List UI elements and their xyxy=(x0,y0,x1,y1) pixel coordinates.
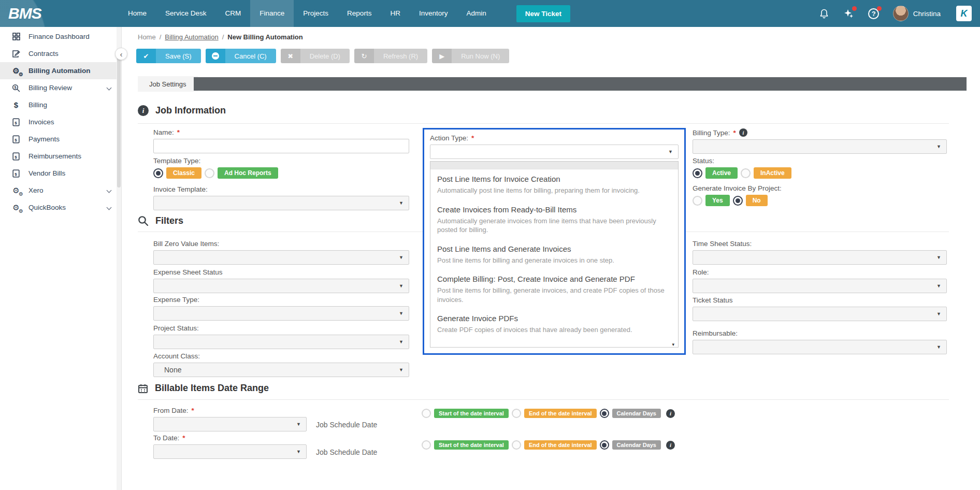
info-icon[interactable]: i xyxy=(739,128,747,137)
info-icon[interactable]: i xyxy=(666,441,675,450)
role-group: Role: ▼ xyxy=(693,268,947,293)
from-date-select[interactable]: ▼ xyxy=(153,417,307,431)
help-icon[interactable]: ? xyxy=(868,8,880,19)
reimbursable-select[interactable]: ▼ xyxy=(693,340,947,354)
nav-item-reports[interactable]: Reports xyxy=(338,0,381,27)
info-icon: i xyxy=(138,105,149,116)
sidebar-item-contracts[interactable]: Contracts xyxy=(0,45,121,62)
breadcrumb-home[interactable]: Home xyxy=(138,33,156,41)
caret-down-icon: ▼ xyxy=(936,311,941,316)
generate-invoice-yes-radio[interactable] xyxy=(693,196,702,206)
chevron-down-icon xyxy=(107,85,112,91)
sidebar-item-payments[interactable]: $ Payments xyxy=(0,131,121,148)
sidebar-item-billing-review[interactable]: $ Billing Review xyxy=(0,79,121,96)
sidebar-item-vendor-bills[interactable]: $ Vendor Bills xyxy=(0,165,121,182)
generate-invoice-yes-badge[interactable]: Yes xyxy=(705,195,730,206)
sidebar-item-reimbursements[interactable]: $ Reimbursements xyxy=(0,148,121,165)
nav-item-service-desk[interactable]: Service Desk xyxy=(156,0,216,27)
tab-job-settings[interactable]: Job Settings xyxy=(138,76,198,92)
to-start-interval-badge[interactable]: Start of the date interval xyxy=(434,440,509,450)
generate-invoice-no-badge[interactable]: No xyxy=(746,195,768,206)
new-ticket-button[interactable]: New Ticket xyxy=(516,5,570,22)
save-button[interactable]: ✔ Save (S) xyxy=(136,49,201,63)
nav-item-inventory[interactable]: Inventory xyxy=(410,0,457,27)
dropdown-option[interactable]: Create Invoices from Ready-to-Bill Items… xyxy=(430,200,678,239)
from-calendar-days-badge[interactable]: Calendar Days xyxy=(612,409,661,418)
from-start-interval-badge[interactable]: Start of the date interval xyxy=(434,409,509,418)
bms-logo[interactable]: BMS xyxy=(0,0,101,27)
sidebar-scrollbar[interactable] xyxy=(117,27,121,490)
nav-item-admin[interactable]: Admin xyxy=(457,0,495,27)
nav-item-hr[interactable]: HR xyxy=(381,0,410,27)
status-inactive-radio[interactable] xyxy=(741,168,751,178)
nav-item-crm[interactable]: CRM xyxy=(216,0,251,27)
from-end-interval-radio[interactable] xyxy=(512,409,521,418)
svg-text:$: $ xyxy=(15,138,17,142)
action-type-label: Action Type:* xyxy=(430,134,679,142)
ticket-status-select[interactable]: ▼ xyxy=(693,307,947,321)
template-adhoc-radio[interactable] xyxy=(205,168,214,178)
billing-type-select[interactable]: ▼ xyxy=(693,139,947,154)
sidebar-collapse-button[interactable]: ‹ xyxy=(115,48,127,60)
to-calendar-days-badge[interactable]: Calendar Days xyxy=(612,440,661,450)
to-date-select[interactable]: ▼ xyxy=(153,444,307,459)
to-calendar-days-radio[interactable] xyxy=(600,440,609,450)
field-label: Ticket Status xyxy=(693,296,947,304)
sidebar-item-invoices[interactable]: $ Invoices xyxy=(0,113,121,131)
sidebar-item-billing-automation[interactable]: ⚙⚙ Billing Automation xyxy=(0,62,121,79)
to-start-interval-radio[interactable] xyxy=(422,440,431,450)
nav-item-home[interactable]: Home xyxy=(119,0,156,27)
from-end-interval-badge[interactable]: End of the date interval xyxy=(524,409,597,418)
sidebar-item-xero[interactable]: ⚙⚙ Xero xyxy=(0,182,121,199)
notifications-bell-icon[interactable] xyxy=(818,8,830,19)
status-active-radio[interactable] xyxy=(693,168,702,178)
template-classic-badge[interactable]: Classic xyxy=(166,167,201,179)
generate-invoice-no-radio[interactable] xyxy=(733,196,743,206)
kaseya-logo[interactable]: K xyxy=(956,6,972,21)
user-menu[interactable]: Christina xyxy=(893,6,941,21)
expense-sheet-status-group: Expense Sheet Status ▼ xyxy=(153,268,409,293)
dropdown-option[interactable]: Generate Invoice PDFs Create PDF copies … xyxy=(430,309,678,339)
dropdown-option[interactable]: Post Line Items for Invoice Creation Aut… xyxy=(430,169,678,200)
dropdown-option[interactable]: Complete Billing: Post, Create Invoice a… xyxy=(430,269,678,309)
cancel-button[interactable]: Cancel (C) xyxy=(206,49,276,63)
field-label: Role: xyxy=(693,268,947,276)
sidebar-item-finance-dashboard[interactable]: Finance Dashboard xyxy=(0,28,121,45)
sidebar-item-billing[interactable]: $ Billing xyxy=(0,96,121,113)
status-inactive-badge[interactable]: InActive xyxy=(754,167,791,179)
from-calendar-days-radio[interactable] xyxy=(600,409,609,418)
breadcrumb-billing-automation[interactable]: Billing Automation xyxy=(165,33,218,41)
dropdown-option[interactable]: Post Line Items and Generate Invoices Po… xyxy=(430,239,678,270)
project-status-select[interactable]: ▼ xyxy=(153,335,409,349)
expense-sheet-status-select[interactable]: ▼ xyxy=(153,279,409,293)
expense-type-select[interactable]: ▼ xyxy=(153,306,409,321)
info-icon[interactable]: i xyxy=(666,409,675,418)
from-start-interval-radio[interactable] xyxy=(422,409,431,418)
template-classic-radio[interactable] xyxy=(153,168,163,178)
sidebar-item-label: Payments xyxy=(28,135,60,143)
x-icon: ✖ xyxy=(281,49,300,63)
chevron-down-icon xyxy=(107,205,112,210)
field-label: Expense Sheet Status xyxy=(153,268,409,276)
nav-item-finance[interactable]: Finance xyxy=(250,0,294,27)
sidebar-item-quickbooks[interactable]: ⚙⚙ QuickBooks xyxy=(0,199,121,216)
role-select[interactable]: ▼ xyxy=(693,279,947,293)
scroll-down-caret-icon[interactable]: ▾ xyxy=(672,342,674,347)
ai-sparkle-icon[interactable] xyxy=(843,8,855,19)
sidebar-item-label: Billing Automation xyxy=(28,67,90,75)
sidebar-item-label: Finance Dashboard xyxy=(28,33,90,40)
template-adhoc-badge[interactable]: Ad Hoc Reports xyxy=(218,167,278,179)
dropdown-option-blank[interactable] xyxy=(430,162,678,169)
time-sheet-status-select[interactable]: ▼ xyxy=(693,250,947,265)
bill-zero-value-items-select[interactable]: ▼ xyxy=(153,250,409,265)
invoice-template-select[interactable]: ▼ xyxy=(153,196,409,210)
to-end-interval-badge[interactable]: End of the date interval xyxy=(524,440,597,450)
account-class-select[interactable]: None ▼ xyxy=(153,363,409,377)
to-end-interval-radio[interactable] xyxy=(512,440,521,450)
sidebar-scrollbar-thumb[interactable] xyxy=(117,55,121,188)
nav-item-projects[interactable]: Projects xyxy=(294,0,338,27)
status-active-badge[interactable]: Active xyxy=(705,167,738,179)
name-input[interactable] xyxy=(153,139,409,153)
sidebar-item-label: Contracts xyxy=(28,50,59,57)
action-type-select[interactable]: ▼ xyxy=(430,145,679,159)
